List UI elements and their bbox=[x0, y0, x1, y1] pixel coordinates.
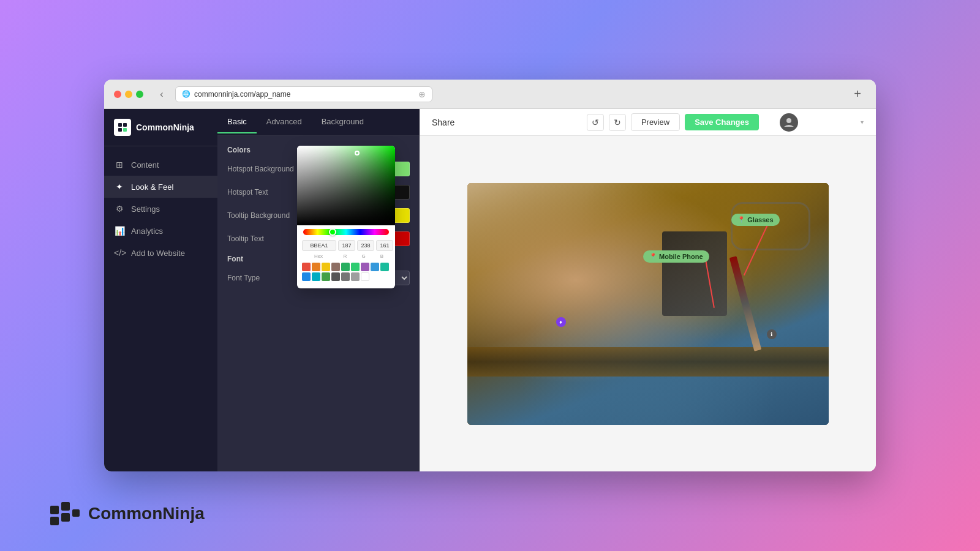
sidebar-item-label: Settings bbox=[131, 204, 160, 214]
preset-teal[interactable] bbox=[380, 263, 389, 271]
color-presets bbox=[297, 260, 395, 283]
preset-yellow[interactable] bbox=[322, 263, 330, 271]
sidebar-item-content[interactable]: ⊞ Content bbox=[104, 154, 217, 176]
url-bar[interactable]: 🌐 commonninja.com/app_name ⊕ bbox=[175, 86, 432, 102]
svg-rect-2 bbox=[118, 128, 122, 132]
preset-green[interactable] bbox=[351, 263, 360, 271]
svg-rect-1 bbox=[123, 123, 127, 127]
panel-tabs-container: Basic Advanced Background bbox=[217, 109, 420, 136]
url-reload[interactable]: ⊕ bbox=[418, 89, 426, 99]
phone-label: Mobile Phone bbox=[659, 253, 703, 260]
user-menu[interactable]: Common Ninja ▾ bbox=[780, 113, 864, 132]
preview-button[interactable]: Preview bbox=[631, 113, 680, 131]
tab-advanced[interactable]: Advanced bbox=[257, 111, 312, 133]
app-top-bar: Basic Advanced Background Share ↺ ↻ Prev… bbox=[217, 109, 876, 136]
hotspot-image: Glasses Mobile Phone ℹ ♦ bbox=[467, 183, 829, 425]
save-changes-button[interactable]: Save Changes bbox=[685, 114, 759, 130]
r-label: R bbox=[337, 253, 353, 259]
svg-rect-7 bbox=[50, 517, 59, 525]
browser-toolbar: ‹ 🌐 commonninja.com/app_name ⊕ + bbox=[104, 80, 876, 109]
preset-lightgreen[interactable] bbox=[322, 272, 330, 281]
preview-top-bar: Share ↺ ↻ Preview Save Changes bbox=[420, 109, 876, 136]
sidebar-item-label: Analytics bbox=[131, 227, 163, 236]
preset-cyan[interactable] bbox=[312, 272, 320, 281]
minimize-button[interactable] bbox=[125, 91, 132, 98]
glasses-label: Glasses bbox=[747, 216, 773, 223]
font-type-label: Font Type bbox=[227, 274, 260, 282]
preset-blue[interactable] bbox=[371, 263, 379, 271]
back-button[interactable]: ‹ bbox=[153, 86, 170, 103]
sidebar-item-label: Content bbox=[131, 160, 159, 170]
bottom-logo: CommonNinja bbox=[49, 501, 205, 527]
preset-brown[interactable] bbox=[331, 263, 340, 271]
glasses-item bbox=[731, 202, 810, 250]
preset-darkgreen[interactable] bbox=[341, 263, 350, 271]
svg-rect-3 bbox=[123, 128, 127, 132]
color-gradient-area[interactable] bbox=[297, 146, 395, 225]
settings-icon: ⚙ bbox=[114, 204, 125, 214]
look-feel-icon: ✦ bbox=[114, 182, 125, 192]
preview-area: Glasses Mobile Phone ℹ ♦ bbox=[420, 136, 876, 471]
url-text: commonninja.com/app_name bbox=[194, 90, 290, 99]
browser-window: ‹ 🌐 commonninja.com/app_name ⊕ + Common bbox=[104, 80, 876, 471]
svg-rect-8 bbox=[61, 513, 70, 522]
sidebar-item-analytics[interactable]: 📊 Analytics bbox=[104, 220, 217, 242]
user-name: Common Ninja bbox=[803, 118, 856, 127]
preset-gray[interactable] bbox=[341, 272, 350, 281]
hotspot-mobile-phone[interactable]: Mobile Phone bbox=[643, 250, 709, 263]
share-label: Share bbox=[432, 118, 454, 127]
tab-background[interactable]: Background bbox=[312, 111, 374, 133]
app-content: CommonNinja ⊞ Content ✦ Look & Feel ⚙ Se… bbox=[104, 109, 876, 471]
sidebar: CommonNinja ⊞ Content ✦ Look & Feel ⚙ Se… bbox=[104, 109, 217, 471]
preview-actions: ↺ ↻ Preview Save Changes bbox=[587, 113, 759, 131]
preset-red[interactable] bbox=[302, 263, 311, 271]
hue-cursor bbox=[329, 228, 336, 236]
hotspot-text-label: Hotspot Text bbox=[227, 188, 268, 197]
sidebar-item-label: Add to Website bbox=[131, 249, 185, 258]
b-label: B bbox=[374, 253, 390, 259]
g-input[interactable] bbox=[357, 240, 374, 251]
preset-purple[interactable] bbox=[361, 263, 369, 271]
image-container: Glasses Mobile Phone ℹ ♦ bbox=[420, 136, 876, 471]
new-tab-button[interactable]: + bbox=[849, 86, 866, 103]
window-controls bbox=[114, 91, 143, 98]
hotspot-marker-gem[interactable]: ♦ bbox=[556, 317, 566, 327]
hotspot-bg-label: Hotspot Background bbox=[227, 165, 294, 173]
bottom-logo-bold: Ninja bbox=[162, 504, 204, 523]
black-overlay bbox=[297, 146, 395, 225]
sidebar-item-add-to-website[interactable]: </> Add to Website bbox=[104, 242, 217, 264]
hotspot-glasses[interactable]: Glasses bbox=[731, 214, 779, 226]
preset-blue2[interactable] bbox=[302, 272, 311, 281]
maximize-button[interactable] bbox=[136, 91, 143, 98]
phone-item bbox=[662, 231, 727, 316]
redo-button[interactable]: ↻ bbox=[609, 114, 626, 131]
close-button[interactable] bbox=[114, 91, 121, 98]
add-website-icon: </> bbox=[114, 248, 125, 258]
hotspot-marker-info[interactable]: ℹ bbox=[767, 329, 777, 339]
svg-rect-6 bbox=[61, 502, 70, 511]
svg-point-4 bbox=[786, 118, 791, 123]
g-label: G bbox=[355, 253, 372, 259]
preset-white[interactable] bbox=[361, 272, 369, 281]
tab-basic[interactable]: Basic bbox=[217, 111, 257, 133]
svg-rect-5 bbox=[50, 506, 59, 514]
r-input[interactable] bbox=[338, 240, 355, 251]
tooltip-text-label: Tooltip Text bbox=[227, 234, 264, 243]
chevron-down-icon: ▾ bbox=[861, 119, 864, 126]
svg-rect-0 bbox=[118, 123, 122, 127]
user-avatar bbox=[780, 113, 798, 132]
hex-label: Hex bbox=[302, 253, 335, 259]
url-icon: 🌐 bbox=[182, 90, 190, 98]
sidebar-item-look-and-feel[interactable]: ✦ Look & Feel bbox=[104, 176, 217, 198]
undo-button[interactable]: ↺ bbox=[587, 114, 604, 131]
hue-slider[interactable] bbox=[303, 229, 389, 235]
analytics-icon: 📊 bbox=[114, 226, 125, 236]
svg-rect-9 bbox=[72, 509, 80, 517]
sidebar-item-settings[interactable]: ⚙ Settings bbox=[104, 198, 217, 220]
logo-text: CommonNinja bbox=[136, 122, 194, 132]
hex-input[interactable] bbox=[302, 240, 336, 251]
preset-lightgray[interactable] bbox=[351, 272, 360, 281]
preset-orange[interactable] bbox=[312, 263, 320, 271]
b-input[interactable] bbox=[376, 240, 393, 251]
preset-darkgray[interactable] bbox=[331, 272, 340, 281]
